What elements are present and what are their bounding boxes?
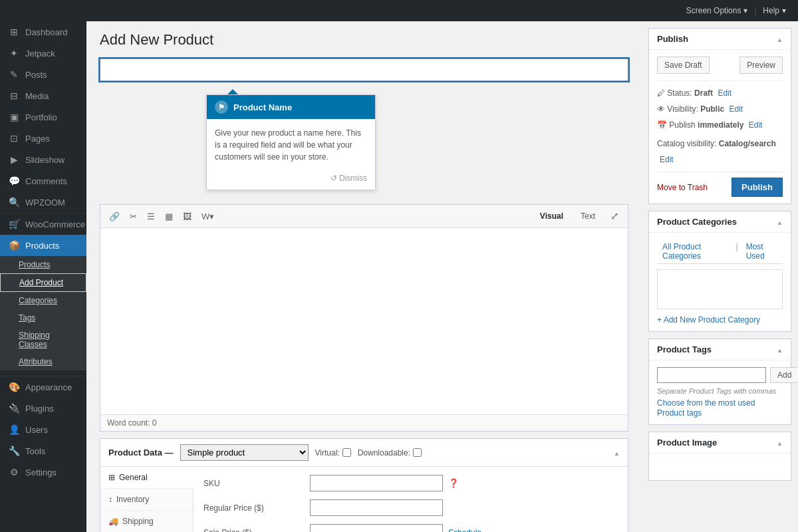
tooltip-dismiss-link[interactable]: ↺ Dismiss	[331, 174, 367, 183]
tags-input[interactable]	[657, 367, 766, 383]
sidebar-item-media[interactable]: ⊟ Media	[0, 85, 86, 106]
sale-price-field-row: Sale Price ($) Schedule	[203, 524, 618, 532]
sidebar-item-plugins[interactable]: 🔌 Plugins	[0, 398, 86, 419]
editor-list-btn[interactable]: ☰	[144, 209, 158, 223]
regular-price-label: Regular Price ($)	[203, 503, 310, 513]
categories-collapse-btn[interactable]	[777, 217, 783, 227]
word-count-label: Word count: 0	[107, 418, 157, 428]
sku-help-icon[interactable]: ❓	[448, 478, 459, 488]
categories-metabox-body: All Product Categories | Most Used + Add…	[649, 233, 791, 331]
sidebar-item-portfolio[interactable]: ▣ Portfolio	[0, 106, 86, 128]
publish-metabox-header[interactable]: Publish	[649, 29, 791, 50]
screen-options-button[interactable]: Screen Options ▾	[681, 3, 753, 18]
editor-tab-visual[interactable]: Visual	[535, 209, 569, 223]
publish-meta: 🖊 Status: Draft Edit 👁 Visibility: Publi…	[657, 80, 783, 172]
publish-footer: Move to Trash Publish	[657, 178, 783, 197]
help-chevron-icon: ▾	[782, 6, 786, 15]
visibility-value: Public	[700, 104, 724, 114]
dashboard-icon: ⊞	[8, 27, 20, 37]
sidebar-item-jetpack[interactable]: ✦ Jetpack	[0, 43, 86, 64]
products-submenu: Products Add Product Categories Tags Shi…	[0, 256, 86, 370]
product-data-body: ⊞ General ↕ Inventory 🚚 Shipping SKU	[100, 467, 628, 532]
move-to-trash-button[interactable]: Move to Trash	[657, 183, 708, 192]
schedule-link[interactable]: Schedule	[448, 528, 481, 533]
product-image-chevron-icon	[777, 438, 783, 448]
editor-tab-text[interactable]: Text	[575, 209, 600, 223]
submenu-products[interactable]: Products	[0, 256, 86, 273]
editor-image-btn[interactable]: 🖼	[180, 209, 195, 223]
tooltip-body: Give your new product a name here. This …	[207, 119, 375, 171]
submenu-add-product[interactable]: Add Product	[0, 273, 86, 292]
product-data-title: Product Data —	[108, 448, 174, 458]
submenu-categories[interactable]: Categories	[0, 292, 86, 309]
product-tab-inventory[interactable]: ↕ Inventory	[100, 489, 193, 511]
tags-collapse-btn[interactable]	[777, 344, 783, 354]
cat-tab-most-used[interactable]: Most Used	[741, 239, 783, 263]
publish-metabox: Publish Save Draft Preview 🖊 Status: Dra…	[648, 28, 791, 204]
woocommerce-icon: 🛒	[8, 219, 20, 229]
sidebar-item-wpzoom[interactable]: 🔍 WPZOOM	[0, 192, 86, 213]
sidebar-item-woocommerce[interactable]: 🛒 WooCommerce	[0, 213, 86, 235]
catalog-edit-link[interactable]: Edit	[660, 155, 674, 164]
editor-content[interactable]	[100, 228, 628, 414]
product-name-input[interactable]	[100, 59, 628, 81]
editor-grid-btn[interactable]: ▦	[162, 209, 176, 223]
sidebar-item-users[interactable]: 👤 Users	[0, 419, 86, 440]
editor-link-btn[interactable]: 🔗	[106, 209, 123, 223]
product-data-header: Product Data — Simple product Grouped pr…	[100, 439, 628, 467]
sku-input[interactable]	[310, 475, 443, 491]
preview-button[interactable]: Preview	[739, 57, 783, 74]
status-edit-link[interactable]: Edit	[718, 88, 732, 98]
product-tab-shipping[interactable]: 🚚 Shipping	[100, 511, 193, 532]
save-draft-button[interactable]: Save Draft	[657, 57, 710, 74]
tags-hint: Separate Product Tags with commas	[657, 387, 783, 395]
users-icon: 👤	[8, 424, 20, 435]
publish-label: Publish	[669, 120, 695, 130]
publish-button[interactable]: Publish	[732, 178, 783, 197]
tooltip-box: ⚑ Product Name Give your new product a n…	[206, 94, 376, 190]
sale-price-input[interactable]	[310, 524, 443, 532]
product-data-tab-list: ⊞ General ↕ Inventory 🚚 Shipping	[100, 467, 194, 532]
general-icon: ⊞	[108, 473, 115, 482]
product-type-select[interactable]: Simple product Grouped product External/…	[180, 444, 309, 461]
sidebar-item-posts[interactable]: ✎ Posts	[0, 64, 86, 85]
submenu-tags[interactable]: Tags	[0, 309, 86, 327]
sidebar-item-slideshow[interactable]: ▶ Slideshow	[0, 149, 86, 170]
editor-w-btn[interactable]: W▾	[198, 209, 217, 223]
product-image-metabox-header[interactable]: Product Image	[649, 432, 791, 454]
regular-price-input-group	[310, 499, 618, 516]
sidebar-item-products[interactable]: 📦 Products	[0, 235, 86, 256]
right-sidebar: Publish Save Draft Preview 🖊 Status: Dra…	[642, 21, 798, 532]
sidebar-item-pages[interactable]: ⊡ Pages	[0, 128, 86, 149]
tags-input-row: Add	[657, 367, 783, 383]
add-product-category-link[interactable]: + Add New Product Category	[657, 315, 760, 325]
categories-list[interactable]	[657, 269, 783, 309]
cat-tab-all[interactable]: All Product Categories	[657, 239, 733, 263]
editor-fullscreen-btn[interactable]: ⤢	[607, 208, 622, 224]
product-image-metabox: Product Image	[648, 432, 791, 481]
sidebar-item-comments[interactable]: 💬 Comments	[0, 170, 86, 192]
sidebar-item-tools[interactable]: 🔧 Tools	[0, 440, 86, 462]
publish-collapse-btn[interactable]	[777, 34, 783, 44]
sidebar-item-settings[interactable]: ⚙ Settings	[0, 462, 86, 483]
help-button[interactable]: Help ▾	[757, 3, 791, 18]
choose-tags-link[interactable]: Choose from the most used Product tags	[657, 398, 755, 418]
visibility-edit-link[interactable]: Edit	[730, 104, 743, 114]
categories-metabox-header[interactable]: Product Categories	[649, 211, 791, 233]
visibility-icon: 👁	[657, 104, 667, 114]
sidebar-item-appearance[interactable]: 🎨 Appearance	[0, 376, 86, 398]
product-data-collapse-btn[interactable]	[614, 448, 620, 458]
sidebar-item-dashboard[interactable]: ⊞ Dashboard	[0, 21, 86, 43]
tags-metabox-header[interactable]: Product Tags	[649, 339, 791, 360]
regular-price-input[interactable]	[310, 499, 443, 516]
virtual-checkbox[interactable]	[342, 448, 351, 457]
submenu-attributes[interactable]: Attributes	[0, 353, 86, 370]
publish-edit-link[interactable]: Edit	[749, 120, 763, 130]
product-image-collapse-btn[interactable]	[777, 438, 783, 448]
submenu-shipping-classes[interactable]: Shipping Classes	[0, 327, 86, 353]
sale-price-label: Sale Price ($)	[203, 528, 310, 533]
downloadable-checkbox[interactable]	[413, 448, 422, 457]
product-tab-general[interactable]: ⊞ General	[100, 467, 194, 489]
editor-cut-btn[interactable]: ✂	[126, 209, 140, 223]
add-tag-button[interactable]: Add	[770, 367, 798, 383]
